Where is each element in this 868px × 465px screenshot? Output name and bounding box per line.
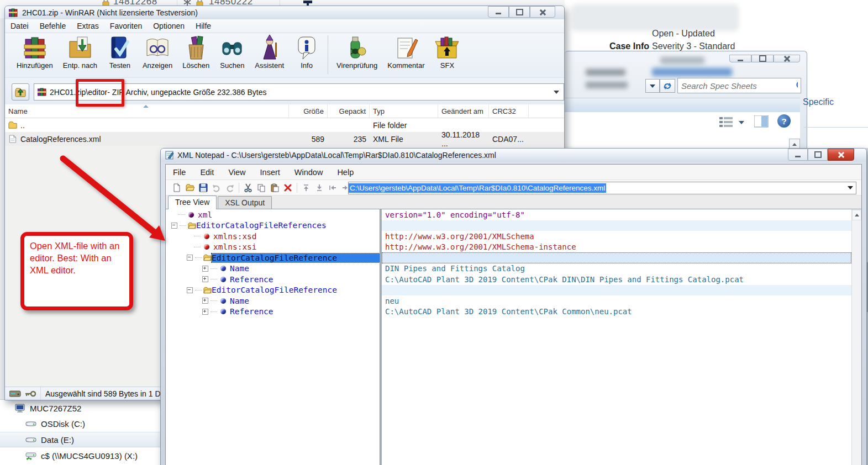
column-header-gepackt[interactable]: Gepackt xyxy=(328,104,370,118)
minimize-button[interactable] xyxy=(729,55,751,62)
collapse-icon[interactable] xyxy=(187,287,193,293)
winrar-menu-optionen[interactable]: Optionen xyxy=(148,19,190,33)
tree-node-name[interactable]: Name xyxy=(166,295,380,307)
maximize-button[interactable] xyxy=(509,6,530,18)
column-header-crc32[interactable]: CRC32 xyxy=(489,104,529,118)
preview-pane-icon[interactable] xyxy=(754,115,769,128)
nudge-up-button[interactable] xyxy=(300,182,312,194)
delete-button[interactable] xyxy=(282,182,294,194)
listview-icon[interactable] xyxy=(719,117,734,128)
scrollbar-up-button[interactable] xyxy=(852,210,861,220)
notepad-menu-edit[interactable]: Edit xyxy=(193,165,221,179)
cut-button[interactable] xyxy=(242,182,254,194)
expand-icon[interactable] xyxy=(202,309,208,315)
expand-icon[interactable] xyxy=(202,276,208,282)
file-name-cell: .. xyxy=(5,118,289,132)
disk-icon xyxy=(25,419,36,428)
collapse-icon[interactable] xyxy=(171,223,177,229)
save-button[interactable] xyxy=(197,182,209,194)
winrar-tool-kommentar[interactable]: Kommentar xyxy=(382,33,429,77)
winrar-menu-befehle[interactable]: Befehle xyxy=(34,19,71,33)
combo-dropdown-icon[interactable] xyxy=(554,91,559,94)
close-button[interactable] xyxy=(530,6,555,18)
winrar-tool-anzeigen[interactable]: Anzeigen xyxy=(138,33,177,77)
undo-button[interactable] xyxy=(211,182,223,194)
column-header-gr-e[interactable]: Größe xyxy=(289,104,328,118)
tree-node-editorcatalogfilereferences[interactable]: EditorCatalogFileReferences xyxy=(166,220,380,231)
value-row[interactable]: version="1.0" encoding="utf-8" xyxy=(382,209,851,220)
winrar-tool-l-schen[interactable]: Löschen xyxy=(177,33,214,77)
column-header-ge-ndert-am[interactable]: Geändert am xyxy=(438,104,489,118)
tab-tree-view[interactable]: Tree View xyxy=(168,195,217,209)
value-row[interactable]: C:\AutoCAD Plant 3D 2019 Content\CPak Co… xyxy=(382,307,851,318)
close-button[interactable] xyxy=(774,55,800,62)
tree-node-xmlns-xsi[interactable]: xmlns:xsi xyxy=(166,242,380,253)
collapse-icon[interactable] xyxy=(187,255,193,261)
winrar-menu-extras[interactable]: Extras xyxy=(71,19,104,33)
drive-item-data-e-[interactable]: Data (E:) xyxy=(0,432,161,447)
value-row[interactable] xyxy=(382,252,851,263)
notepad-menu-file[interactable]: File xyxy=(166,165,193,179)
nudge-left-button[interactable] xyxy=(327,182,339,194)
help-icon[interactable]: ? xyxy=(777,114,791,128)
new-button[interactable] xyxy=(171,182,183,194)
maximize-button[interactable] xyxy=(751,55,774,62)
notepad-menu-view[interactable]: View xyxy=(221,165,252,179)
redo-button[interactable] xyxy=(224,182,236,194)
winrar-tool-assistent[interactable]: Assistent xyxy=(250,33,289,77)
notepad-menu-help[interactable]: Help xyxy=(330,165,361,179)
up-directory-button[interactable] xyxy=(12,83,29,101)
nudge-down-button[interactable] xyxy=(313,182,325,194)
value-row[interactable]: DIN Pipes and Fittings Catalog xyxy=(382,263,851,274)
tree-node-xmlns-xsd[interactable]: xmlns:xsd xyxy=(166,231,380,242)
winrar-tool-hinzuf-gen[interactable]: Hinzufügen xyxy=(12,33,58,77)
winrar-tool-suchen[interactable]: Suchen xyxy=(214,33,250,77)
expand-icon[interactable] xyxy=(202,266,208,272)
drive-item-osdisk-c-[interactable]: OSDisk (C:) xyxy=(0,416,161,431)
paste-button[interactable] xyxy=(269,182,281,194)
file-row[interactable]: CatalogReferences.xml589235XML File30.11… xyxy=(5,132,564,146)
file-path-combo[interactable]: C:\Users\gersteb\AppData\Local\Temp\Rar$… xyxy=(348,182,856,194)
winrar-menu-datei[interactable]: Datei xyxy=(5,19,34,33)
drive-item-muc7267z52[interactable]: MUC7267Z52 xyxy=(0,401,161,415)
winrar-menu-hilfe[interactable]: Hilfe xyxy=(190,19,217,33)
notepad-menu-window[interactable]: Window xyxy=(287,165,330,179)
tree-node-editorcatalogfilereference[interactable]: EditorCatalogFileReference xyxy=(166,285,380,296)
winrar-tool-testen[interactable]: Testen xyxy=(102,33,138,77)
minimize-button[interactable] xyxy=(788,149,808,161)
copy-button[interactable] xyxy=(255,182,267,194)
search-input[interactable] xyxy=(678,81,796,91)
specific-link[interactable]: Specific xyxy=(803,97,834,107)
winrar-tool-sfx[interactable]: SFX xyxy=(429,33,465,77)
winrar-tool-info[interactable]: Info xyxy=(289,33,324,77)
maximize-button[interactable] xyxy=(808,149,828,161)
refresh-icon[interactable] xyxy=(660,79,675,93)
winrar-tool-virenpr-fung[interactable]: Virenprüfung xyxy=(332,33,382,77)
minimize-button[interactable] xyxy=(488,6,509,18)
tree-node-xml[interactable]: xml xyxy=(166,209,380,220)
tree-node-reference[interactable]: Reference xyxy=(166,274,380,285)
winrar-menu-favoriten[interactable]: Favoriten xyxy=(104,19,148,33)
value-row[interactable]: neu xyxy=(382,295,851,307)
value-scrollbar[interactable] xyxy=(851,209,861,465)
open-button[interactable] xyxy=(184,182,196,194)
tree-node-name[interactable]: Name xyxy=(166,263,380,274)
drive-item-c-mucs4gu0913-x-[interactable]: c$ (\\MUCS4GU0913) (X:) xyxy=(0,448,161,463)
value-row[interactable] xyxy=(382,285,851,296)
tree-node-editorcatalogfilereference[interactable]: EditorCatalogFileReference xyxy=(166,252,380,263)
search-icon[interactable] xyxy=(796,81,798,91)
expand-icon[interactable] xyxy=(202,298,208,304)
value-row[interactable]: C:\AutoCAD Plant 3D 2019 Content\CPak DI… xyxy=(382,274,851,285)
view-dropdown-icon[interactable] xyxy=(739,121,744,124)
dropdown-button[interactable] xyxy=(645,79,660,93)
tree-node-reference[interactable]: Reference xyxy=(166,307,380,318)
notepad-menu-insert[interactable]: Insert xyxy=(253,165,287,179)
close-button[interactable] xyxy=(828,149,854,161)
value-row[interactable]: http://www.w3.org/2001/XMLSchema-instanc… xyxy=(382,242,851,253)
value-row[interactable] xyxy=(382,220,851,231)
combo-dropdown-icon[interactable] xyxy=(848,186,853,189)
value-row[interactable]: http://www.w3.org/2001/XMLSchema xyxy=(382,231,851,242)
winrar-tool-entp-nach[interactable]: Entp. nach xyxy=(58,33,102,77)
column-header-typ[interactable]: Typ xyxy=(370,104,438,118)
tab-xsl-output[interactable]: XSL Output xyxy=(218,196,272,209)
